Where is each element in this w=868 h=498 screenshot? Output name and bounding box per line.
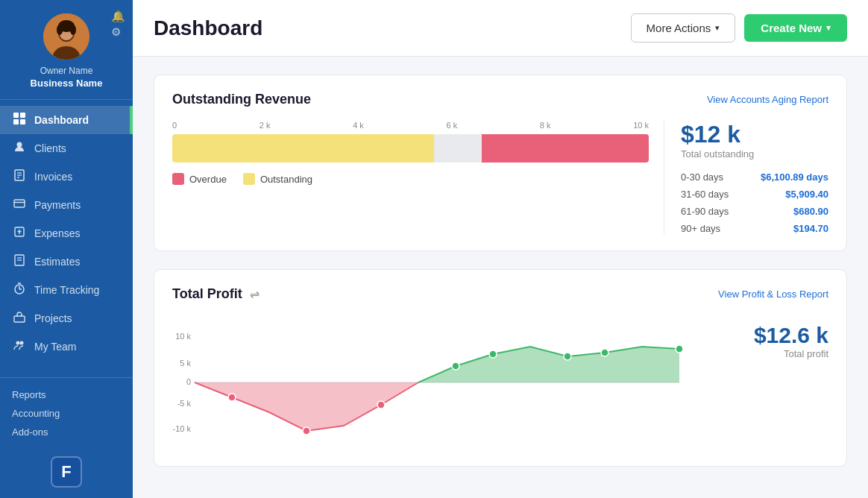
- svg-point-5: [57, 25, 63, 35]
- sidebar-bottom-add-ons[interactable]: Add-ons: [12, 423, 121, 441]
- settings-icon[interactable]: ⚙: [111, 26, 125, 37]
- more-actions-button[interactable]: More Actions ▾: [631, 13, 736, 42]
- create-new-label: Create New: [761, 22, 822, 34]
- time-tracking-icon: [12, 283, 27, 297]
- sidebar-item-label: Clients: [34, 142, 66, 154]
- svg-point-40: [564, 353, 571, 360]
- bar-legend: Overdue Outstanding: [172, 173, 649, 185]
- total-profit-title: Total Profit: [172, 286, 242, 302]
- sidebar-item-projects[interactable]: Projects: [0, 304, 133, 332]
- page-header: Dashboard More Actions ▾ Create New ▾: [133, 0, 868, 57]
- page-title: Dashboard: [154, 16, 262, 40]
- svg-text:-10 k: -10 k: [173, 424, 192, 433]
- svg-point-28: [20, 341, 24, 345]
- svg-point-37: [377, 401, 385, 409]
- filter-icon[interactable]: ⇌: [250, 287, 260, 301]
- outstanding-label: Outstanding: [260, 174, 312, 185]
- svg-point-36: [303, 427, 310, 435]
- projects-icon: [12, 311, 27, 326]
- sidebar-item-label: Expenses: [34, 227, 80, 239]
- aging-row-3: 90+ days$194.70: [681, 223, 828, 234]
- revenue-summary: $12 k Total outstanding 0-30 days$6,100.…: [664, 121, 828, 234]
- profit-title-area: Total Profit ⇌: [172, 286, 260, 302]
- svg-point-42: [676, 345, 683, 353]
- svg-point-6: [70, 25, 76, 35]
- outstanding-revenue-card: Outstanding Revenue View Accounts Aging …: [154, 75, 847, 251]
- avatar[interactable]: [43, 13, 89, 60]
- expenses-icon: [12, 226, 27, 241]
- profit-chart-area: 10 k 5 k 0 -5 k -10 k: [172, 315, 694, 450]
- aging-row-0: 0-30 days$6,100.89 days: [681, 171, 828, 183]
- svg-text:10 k: 10 k: [175, 332, 191, 341]
- svg-text:5 k: 5 k: [180, 359, 191, 368]
- dashboard-content: Outstanding Revenue View Accounts Aging …: [133, 57, 868, 498]
- outstanding-revenue-header: Outstanding Revenue View Accounts Aging …: [172, 92, 828, 107]
- avatar-image: [43, 13, 89, 60]
- sidebar-logo-section: F: [0, 449, 133, 498]
- revenue-inner: 0 2 k 4 k 6 k 8 k 10 k Overd: [172, 121, 828, 234]
- svg-point-35: [228, 394, 236, 401]
- nav-list: DashboardClientsInvoicesPaymentsExpenses…: [0, 100, 133, 377]
- more-actions-label: More Actions: [647, 22, 711, 34]
- sidebar-item-payments[interactable]: Payments: [0, 191, 133, 219]
- sidebar-bottom-accounting[interactable]: Accounting: [12, 404, 121, 423]
- my-team-icon: [12, 339, 27, 354]
- owner-name: Owner Name: [40, 66, 93, 76]
- sidebar-item-my-team[interactable]: My Team: [0, 332, 133, 361]
- clients-icon: [12, 141, 27, 156]
- aging-row-2: 61-90 days$680.90: [681, 206, 828, 217]
- sidebar-item-estimates[interactable]: Estimates: [0, 248, 133, 276]
- sidebar-item-dashboard[interactable]: Dashboard: [0, 106, 133, 134]
- bar-outstanding: [172, 134, 434, 163]
- total-outstanding-amount: $12 k: [681, 121, 828, 148]
- sidebar-bottom-links: ReportsAccountingAdd-ons: [0, 377, 133, 449]
- legend-outstanding: Outstanding: [243, 173, 312, 185]
- svg-rect-26: [14, 316, 25, 322]
- svg-rect-10: [20, 119, 25, 125]
- aging-row-1: 31-60 days$5,909.40: [681, 189, 828, 200]
- sidebar-user-section: 🔔 ⚙ Owner Name Business Name: [0, 0, 133, 100]
- sidebar-item-time-tracking[interactable]: Time Tracking: [0, 276, 133, 304]
- svg-point-27: [16, 341, 20, 345]
- svg-point-41: [601, 349, 608, 356]
- svg-point-11: [17, 142, 22, 148]
- bar-track: [172, 134, 649, 163]
- total-profit-card: Total Profit ⇌ View Profit & Loss Report…: [154, 269, 847, 467]
- header-actions: More Actions ▾ Create New ▾: [631, 13, 847, 42]
- payments-icon: [12, 198, 27, 212]
- svg-text:-5 k: -5 k: [177, 399, 192, 408]
- sidebar-item-label: Estimates: [34, 256, 80, 268]
- invoices-icon: [12, 169, 27, 184]
- total-profit-amount: $12.6 k: [754, 323, 828, 348]
- sidebar-item-expenses[interactable]: Expenses: [0, 219, 133, 248]
- sidebar-item-label: Time Tracking: [34, 284, 99, 296]
- freshbooks-logo: F: [51, 456, 82, 488]
- sidebar-item-clients[interactable]: Clients: [0, 134, 133, 163]
- create-new-button[interactable]: Create New ▾: [744, 14, 847, 42]
- svg-rect-8: [20, 113, 25, 118]
- sidebar-item-label: Dashboard: [34, 114, 89, 126]
- svg-point-39: [489, 350, 497, 358]
- sidebar-item-label: Payments: [34, 199, 81, 211]
- sidebar-item-label: My Team: [34, 341, 77, 353]
- notification-icon[interactable]: 🔔: [111, 10, 125, 22]
- bar-overdue: [482, 134, 649, 163]
- svg-rect-16: [14, 200, 25, 207]
- overdue-color-swatch: [172, 173, 184, 185]
- overdue-label: Overdue: [189, 174, 227, 185]
- outstanding-color-swatch: [243, 173, 255, 185]
- view-profit-loss-link[interactable]: View Profit & Loss Report: [718, 289, 828, 300]
- svg-point-38: [452, 362, 459, 370]
- chevron-down-icon-create: ▾: [826, 23, 831, 33]
- estimates-icon: [12, 254, 27, 269]
- total-profit-label: Total profit: [784, 348, 828, 359]
- legend-overdue: Overdue: [172, 173, 227, 185]
- total-profit-header: Total Profit ⇌ View Profit & Loss Report: [172, 286, 828, 302]
- sidebar-item-invoices[interactable]: Invoices: [0, 163, 133, 191]
- profit-inner: 10 k 5 k 0 -5 k -10 k: [172, 315, 828, 450]
- chevron-down-icon: ▾: [715, 23, 720, 33]
- profit-svg-chart: 10 k 5 k 0 -5 k -10 k: [172, 315, 694, 450]
- sidebar-bottom-reports[interactable]: Reports: [12, 385, 121, 404]
- aging-rows: 0-30 days$6,100.89 days31-60 days$5,909.…: [681, 171, 828, 234]
- view-accounts-aging-link[interactable]: View Accounts Aging Report: [707, 94, 828, 105]
